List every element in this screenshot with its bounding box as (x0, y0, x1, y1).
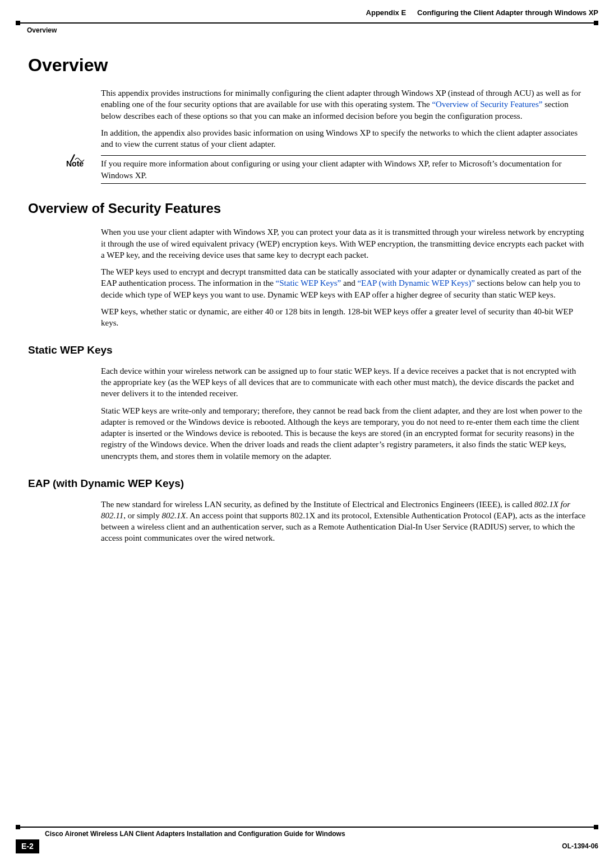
security-paragraph-2: The WEP keys used to encrypt and decrypt… (101, 266, 586, 300)
header-rule (16, 22, 598, 24)
security-paragraph-3: WEP keys, whether static or dynamic, are… (101, 306, 586, 329)
footer-tick-right (594, 825, 598, 829)
heading-eap-dynamic-wep-keys: EAP (with Dynamic WEP Keys) (28, 476, 586, 491)
link-overview-security-features[interactable]: “Overview of Security Features” (432, 100, 542, 109)
header-section: Overview (27, 26, 57, 35)
note-icon (70, 153, 86, 165)
header-tick-right (594, 21, 598, 25)
page-content: Overview This appendix provides instruct… (28, 53, 586, 550)
link-static-wep-keys[interactable]: “Static WEP Keys” (276, 278, 341, 287)
static-paragraph-1: Each device within your wireless network… (101, 365, 586, 400)
heading-security-features: Overview of Security Features (28, 199, 586, 217)
page-number: E-2 (16, 839, 39, 853)
header-tick-left (16, 21, 20, 25)
footer-tick-left (16, 825, 20, 829)
note-text: If you require more information about co… (101, 158, 586, 181)
header-title: Configuring the Client Adapter through W… (417, 8, 598, 18)
document-id: OL-1394-06 (562, 842, 598, 851)
overview-paragraph-2: In addition, the appendix also provides … (101, 127, 586, 150)
page-footer: Cisco Aironet Wireless LAN Client Adapte… (16, 827, 598, 853)
page-header: Appendix E Configuring the Client Adapte… (0, 8, 614, 18)
eap-paragraph-1: The new standard for wireless LAN securi… (101, 499, 586, 544)
italic-8021x: 802.1X (161, 511, 186, 520)
heading-static-wep-keys: Static WEP Keys (28, 343, 586, 358)
link-eap-dynamic-wep-keys[interactable]: “EAP (with Dynamic WEP Keys)” (357, 278, 474, 287)
footer-book-title: Cisco Aironet Wireless LAN Client Adapte… (45, 829, 598, 838)
security-paragraph-1: When you use your client adapter with Wi… (101, 226, 586, 261)
header-appendix: Appendix E (366, 8, 407, 18)
static-paragraph-2: Static WEP keys are write-only and tempo… (101, 405, 586, 462)
footer-rule (16, 827, 598, 828)
heading-overview: Overview (28, 53, 586, 77)
note-block: Note If you require more information abo… (66, 155, 586, 184)
overview-paragraph-1: This appendix provides instructions for … (101, 87, 586, 122)
